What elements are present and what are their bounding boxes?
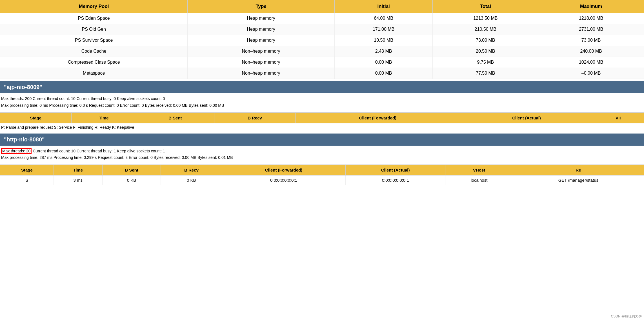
table-cell: Non–heap memory	[188, 57, 334, 68]
http-stats-line1-rest: Current thread count: 10 Current thread …	[32, 149, 165, 153]
ajp-section-header: "ajp-nio-8009"	[0, 81, 644, 93]
table-cell: Heap memory	[188, 35, 334, 46]
table-cell: Code Cache	[0, 46, 188, 57]
table-cell: 1218.00 MB	[538, 13, 644, 24]
table-cell: 10.50 MB	[334, 35, 433, 46]
table-cell: 9.75 MB	[433, 57, 538, 68]
table-cell: 20.50 MB	[433, 46, 538, 57]
col-header: VHost	[445, 165, 513, 175]
table-cell: 1213.50 MB	[433, 13, 538, 24]
col-header: B Sent	[136, 112, 214, 123]
col-header: Stage	[0, 165, 54, 175]
table-cell: 240.00 MB	[538, 46, 644, 57]
table-row: MetaspaceNon–heap memory0.00 MB77.50 MB–…	[0, 68, 644, 79]
table-row: PS Survivor SpaceHeap memory10.50 MB73.0…	[0, 35, 644, 46]
table-cell: Non–heap memory	[188, 68, 334, 79]
table-cell: –0.00 MB	[538, 68, 644, 79]
http-connector-table: StageTimeB SentB RecvClient (Forwarded)C…	[0, 165, 644, 185]
table-row: Code CacheNon–heap memory2.43 MB20.50 MB…	[0, 46, 644, 57]
col-header: B Recv	[161, 165, 222, 175]
table-cell: Heap memory	[188, 13, 334, 24]
http-stats-line2: Max processing time: 287 ms Processing t…	[1, 154, 643, 161]
table-cell: Non–heap memory	[188, 46, 334, 57]
table-cell: PS Eden Space	[0, 13, 188, 24]
memory-pool-table: Memory Pool Type Initial Total Maximum P…	[0, 0, 644, 79]
col-header: B Sent	[102, 165, 161, 175]
table-cell: 2.43 MB	[334, 46, 433, 57]
table-cell: localhost	[445, 175, 513, 185]
http-section-header: "http-nio-8080"	[0, 134, 644, 146]
col-header-maximum: Maximum	[538, 0, 644, 13]
http-stats-line1: Max threads: 20 Current thread count: 10…	[1, 148, 643, 155]
table-cell: 3 ms	[54, 175, 102, 185]
table-cell: 77.50 MB	[433, 68, 538, 79]
table-cell: 0.00 MB	[334, 57, 433, 68]
col-header: Client (Forwarded)	[222, 165, 345, 175]
col-header-total: Total	[433, 0, 538, 13]
col-header: B Recv	[214, 112, 296, 123]
table-cell: 0:0:0:0:0:0:0:1	[222, 175, 345, 185]
http-stats: Max threads: 20 Current thread count: 10…	[0, 146, 644, 164]
ajp-legend: P: Parse and prepare request S: Service …	[0, 123, 644, 131]
table-cell: 0:0:0:0:0:0:0:1	[345, 175, 445, 185]
table-cell: 2731.00 MB	[538, 24, 644, 35]
col-header: Client (Actual)	[460, 112, 593, 123]
max-threads-highlight: Max threads: 20	[1, 148, 32, 154]
table-cell: 1024.00 MB	[538, 57, 644, 68]
table-cell: 73.00 MB	[538, 35, 644, 46]
col-header: Stage	[0, 112, 72, 123]
ajp-stats-line2: Max processing time: 0 ms Processing tim…	[1, 102, 643, 109]
table-cell: GET /manager/status	[513, 175, 644, 185]
ajp-connector-table: StageTimeB SentB RecvClient (Forwarded)C…	[0, 112, 644, 123]
table-cell: PS Survivor Space	[0, 35, 188, 46]
table-row: PS Old GenHeap memory171.00 MB210.50 MB2…	[0, 24, 644, 35]
table-cell: Heap memory	[188, 24, 334, 35]
col-header-pool: Memory Pool	[0, 0, 188, 13]
col-header: Time	[71, 112, 136, 123]
table-cell: 171.00 MB	[334, 24, 433, 35]
table-cell: Metaspace	[0, 68, 188, 79]
table-row: Compressed Class SpaceNon–heap memory0.0…	[0, 57, 644, 68]
ajp-stats-line1: Max threads: 200 Current thread count: 1…	[1, 95, 643, 102]
col-header: Client (Forwarded)	[296, 112, 460, 123]
ajp-stats: Max threads: 200 Current thread count: 1…	[0, 93, 644, 111]
table-cell: 64.00 MB	[334, 13, 433, 24]
table-cell: 0.00 MB	[334, 68, 433, 79]
table-cell: 73.00 MB	[433, 35, 538, 46]
col-header-initial: Initial	[334, 0, 433, 13]
table-cell: Compressed Class Space	[0, 57, 188, 68]
table-cell: 0 KB	[161, 175, 222, 185]
col-header: Time	[54, 165, 102, 175]
col-header: Client (Actual)	[345, 165, 445, 175]
col-header: VH	[593, 112, 644, 123]
col-header: Re	[513, 165, 644, 175]
table-row: S3 ms0 KB0 KB0:0:0:0:0:0:0:10:0:0:0:0:0:…	[0, 175, 644, 185]
table-cell: 210.50 MB	[433, 24, 538, 35]
table-cell: S	[0, 175, 54, 185]
col-header-type: Type	[188, 0, 334, 13]
table-cell: PS Old Gen	[0, 24, 188, 35]
table-row: PS Eden SpaceHeap memory64.00 MB1213.50 …	[0, 13, 644, 24]
table-cell: 0 KB	[102, 175, 161, 185]
